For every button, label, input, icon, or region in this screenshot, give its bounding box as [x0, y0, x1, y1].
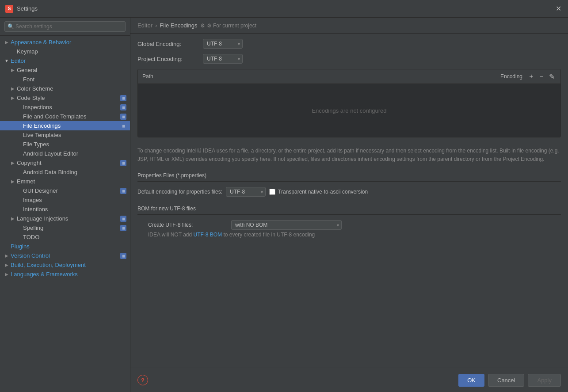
sidebar-item-file-code-templates[interactable]: File and Code Templates ◼ — [0, 112, 130, 121]
cancel-button[interactable]: Cancel — [488, 374, 524, 387]
sidebar-item-intentions[interactable]: Intentions — [0, 205, 130, 214]
sidebar-item-color-scheme[interactable]: ▶ Color Scheme — [0, 84, 130, 93]
properties-encoding-select[interactable]: UTF-8 — [226, 187, 266, 197]
modified-badge: ◼ — [120, 225, 126, 231]
table-empty-message: Encodings are not configured — [312, 107, 386, 114]
gear-icon: ⚙ — [200, 23, 205, 29]
main-content: 🔍 ▶ Appearance & Behavior Keymap ▼ — [0, 18, 568, 392]
help-button[interactable]: ? — [137, 375, 148, 385]
properties-encoding-select-wrap: UTF-8 — [226, 187, 266, 197]
sidebar-item-appearance[interactable]: ▶ Appearance & Behavior — [0, 38, 130, 47]
chevron-placeholder — [16, 76, 22, 83]
sidebar-item-label: Images — [23, 197, 126, 203]
sidebar-item-languages-frameworks[interactable]: ▶ Languages & Frameworks — [0, 270, 130, 279]
search-wrap: 🔍 — [4, 21, 126, 32]
sidebar-item-file-types[interactable]: File Types — [0, 140, 130, 149]
bottom-bar: ? OK Cancel Apply — [130, 368, 568, 392]
chevron-placeholder — [16, 141, 22, 148]
sidebar-item-label: GUI Designer — [23, 187, 118, 194]
close-button[interactable]: ✕ — [554, 4, 563, 13]
search-input[interactable] — [4, 21, 126, 32]
col-path-header: Path — [142, 73, 454, 80]
sidebar-item-label: Spelling — [23, 225, 118, 231]
modified-badge: ◼ — [120, 114, 126, 120]
chevron-icon: ▶ — [4, 253, 10, 259]
badge-icon: ◼ — [122, 217, 125, 221]
sidebar-item-plugins[interactable]: Plugins — [0, 242, 130, 251]
chevron-placeholder — [16, 234, 22, 240]
bom-section: BOM for new UTF-8 files Create UTF-8 fil… — [137, 204, 561, 238]
add-encoding-button[interactable]: + — [527, 72, 536, 81]
bom-create-select[interactable]: with NO BOM — [231, 220, 342, 230]
chevron-icon: ▶ — [10, 179, 16, 185]
modified-badge: ◼ — [120, 104, 126, 110]
modified-badge: ◼ — [120, 160, 126, 166]
ok-button[interactable]: OK — [458, 374, 484, 387]
sidebar-item-label: Android Layout Editor — [23, 150, 126, 157]
properties-section: Properties Files (*.properties) Default … — [137, 171, 561, 198]
badge-icon: ◼ — [122, 96, 125, 100]
chevron-placeholder — [16, 197, 22, 203]
sidebar-item-inspections[interactable]: Inspections ◼ — [0, 103, 130, 112]
chevron-placeholder — [16, 123, 22, 129]
sidebar-item-code-style[interactable]: ▶ Code Style ◼ — [0, 93, 130, 103]
edit-encoding-button[interactable]: ✎ — [547, 72, 556, 81]
sidebar-item-label: Code Style — [17, 95, 118, 101]
sidebar-item-gui-designer[interactable]: GUI Designer ◼ — [0, 186, 130, 195]
utf8-bom-link[interactable]: UTF-8 BOM — [193, 232, 222, 238]
sidebar-item-version-control[interactable]: ▶ Version Control ◼ — [0, 251, 130, 260]
table-actions: + − ✎ — [527, 72, 556, 81]
modified-badge: ◼ — [120, 95, 126, 101]
transparent-checkbox[interactable] — [269, 189, 275, 195]
sidebar-item-general[interactable]: ▶ General — [0, 65, 130, 75]
bom-note-prefix: IDEA will NOT add — [148, 232, 193, 238]
sidebar-item-emmet[interactable]: ▶ Emmet — [0, 177, 130, 186]
sidebar-item-label: Version Control — [11, 252, 118, 259]
sidebar-item-label: Font — [23, 76, 126, 83]
bom-create-row: Create UTF-8 files: with NO BOM — [137, 218, 561, 232]
transparent-label: Transparent native-to-ascii conversion — [278, 189, 368, 195]
bom-section-title: BOM for new UTF-8 files — [137, 204, 561, 215]
sidebar-item-file-encodings[interactable]: File Encodings ◼ — [0, 121, 130, 130]
sidebar-item-todo[interactable]: TODO — [0, 232, 130, 242]
badge-icon: ◼ — [122, 161, 125, 165]
sidebar-item-label: TODO — [23, 234, 126, 240]
project-encoding-select[interactable]: UTF-8 — [203, 54, 243, 64]
sidebar-item-label: Keymap — [17, 48, 126, 55]
sidebar-item-language-injections[interactable]: ▶ Language Injections ◼ — [0, 214, 130, 223]
breadcrumb-separator: › — [155, 22, 157, 29]
sidebar-item-android-data-binding[interactable]: Android Data Binding — [0, 167, 130, 177]
sidebar-item-android-layout[interactable]: Android Layout Editor — [0, 149, 130, 158]
project-encoding-row: Project Encoding: UTF-8 — [137, 54, 561, 64]
sidebar-item-label: File Types — [23, 141, 126, 148]
breadcrumb: Editor › File Encodings ⚙ ⚙ For current … — [130, 18, 568, 34]
chevron-placeholder — [16, 114, 22, 120]
badge-icon: ◼ — [122, 105, 125, 110]
sidebar-item-label: Copyright — [17, 160, 118, 166]
sidebar-item-spelling[interactable]: Spelling ◼ — [0, 223, 130, 232]
modified-badge: ◼ — [120, 123, 126, 129]
sidebar-item-images[interactable]: Images — [0, 195, 130, 205]
encodings-table: Path Encoding + − ✎ Encodings are not co… — [137, 69, 561, 137]
global-encoding-row: Global Encoding: UTF-8 — [137, 39, 561, 49]
chevron-icon: ▶ — [4, 39, 10, 46]
app-icon: S — [5, 5, 13, 13]
sidebar-item-copyright[interactable]: ▶ Copyright ◼ — [0, 158, 130, 167]
sidebar-item-label: Languages & Frameworks — [11, 271, 126, 278]
chevron-placeholder — [16, 225, 22, 231]
sidebar-item-label: Inspections — [23, 104, 118, 110]
global-encoding-select[interactable]: UTF-8 — [203, 39, 243, 49]
sidebar-item-label: File Encodings — [23, 122, 118, 129]
remove-encoding-button[interactable]: − — [537, 72, 546, 81]
bom-create-select-wrap: with NO BOM — [231, 220, 342, 230]
chevron-placeholder — [10, 49, 16, 55]
apply-button[interactable]: Apply — [528, 374, 561, 387]
sidebar-item-keymap[interactable]: Keymap — [0, 47, 130, 56]
sidebar-item-editor[interactable]: ▼ Editor — [0, 56, 130, 65]
badge-icon: ◼ — [122, 124, 125, 128]
chevron-placeholder — [16, 169, 22, 175]
sidebar-item-font[interactable]: Font — [0, 75, 130, 84]
sidebar-item-live-templates[interactable]: Live Templates — [0, 130, 130, 140]
sidebar-item-build-execution[interactable]: ▶ Build, Execution, Deployment — [0, 260, 130, 270]
chevron-icon: ▶ — [10, 67, 16, 73]
